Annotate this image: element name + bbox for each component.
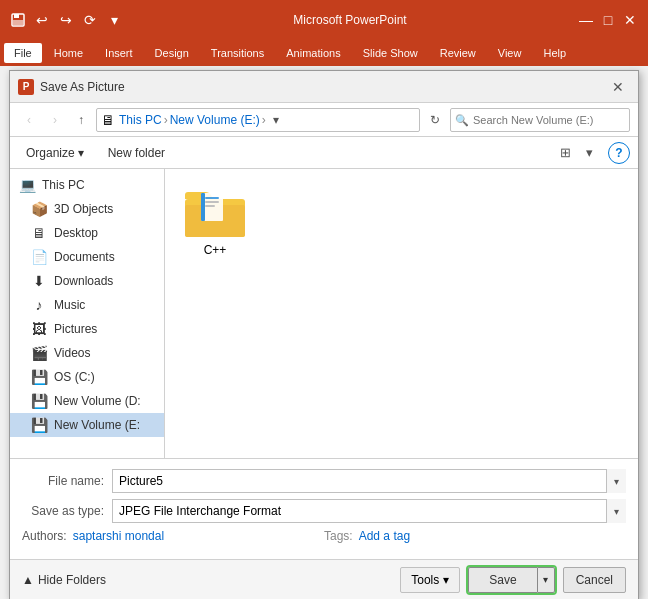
sidebar-item-os-c[interactable]: 💾 OS (C:) — [10, 365, 164, 389]
content-area: 💻 This PC 📦 3D Objects 🖥 Desktop 📄 Docum… — [10, 169, 638, 458]
refresh-button[interactable]: ↻ — [424, 109, 446, 131]
sidebar-label-documents: Documents — [54, 250, 115, 264]
filename-input[interactable] — [112, 469, 626, 493]
breadcrumb-this-pc[interactable]: This PC — [119, 113, 162, 127]
add-tag-button[interactable]: Add a tag — [359, 529, 410, 543]
authors-label: Authors: — [22, 529, 67, 543]
sidebar-item-music[interactable]: ♪ Music — [10, 293, 164, 317]
svg-rect-1 — [14, 14, 19, 18]
sidebar-item-pictures[interactable]: 🖼 Pictures — [10, 317, 164, 341]
svg-rect-8 — [205, 205, 215, 207]
filename-dropdown[interactable]: ▾ — [606, 469, 626, 493]
nav-back-button[interactable]: ‹ — [18, 109, 40, 131]
tab-review[interactable]: Review — [430, 43, 486, 63]
savetype-input-wrapper: ▾ — [112, 499, 626, 523]
sidebar-item-this-pc[interactable]: 💻 This PC — [10, 173, 164, 197]
tab-view[interactable]: View — [488, 43, 532, 63]
tools-label: Tools — [411, 573, 439, 587]
app-title: Microsoft PowerPoint — [130, 13, 570, 27]
sidebar-label-new-volume-e: New Volume (E: — [54, 418, 140, 432]
os-c-icon: 💾 — [30, 369, 48, 385]
authors-value[interactable]: saptarshi mondal — [73, 529, 164, 543]
folder-cpp[interactable]: C++ — [175, 179, 255, 263]
nav-up-button[interactable]: ↑ — [70, 109, 92, 131]
breadcrumb-dropdown[interactable]: ▾ — [268, 113, 284, 127]
tab-design[interactable]: Design — [145, 43, 199, 63]
filename-input-wrapper: ▾ — [112, 469, 626, 493]
sidebar-label-videos: Videos — [54, 346, 90, 360]
pc-icon: 🖥 — [101, 112, 115, 128]
view-icon-button[interactable]: ⊞ — [554, 142, 576, 164]
sidebar-label-music: Music — [54, 298, 85, 312]
downloads-icon: ⬇ — [30, 273, 48, 289]
savetype-row: Save as type: ▾ — [22, 499, 626, 523]
tab-help[interactable]: Help — [533, 43, 576, 63]
3d-objects-icon: 📦 — [30, 201, 48, 217]
organize-arrow: ▾ — [78, 146, 84, 160]
minimize-icon[interactable]: — — [576, 10, 596, 30]
sidebar-item-documents[interactable]: 📄 Documents — [10, 245, 164, 269]
tab-transitions[interactable]: Transitions — [201, 43, 274, 63]
tab-slideshow[interactable]: Slide Show — [353, 43, 428, 63]
breadcrumb-new-volume[interactable]: New Volume (E:) — [170, 113, 260, 127]
save-button[interactable]: Save — [468, 567, 536, 593]
sidebar-label-desktop: Desktop — [54, 226, 98, 240]
authors-section: Authors: saptarshi mondal — [22, 529, 324, 543]
help-button[interactable]: ? — [608, 142, 630, 164]
sidebar-item-videos[interactable]: 🎬 Videos — [10, 341, 164, 365]
search-input[interactable] — [450, 108, 630, 132]
savetype-input[interactable] — [112, 499, 626, 523]
savetype-label: Save as type: — [22, 504, 112, 518]
hide-folders-button[interactable]: ▲ Hide Folders — [22, 573, 106, 587]
more-icon[interactable]: ▾ — [104, 10, 124, 30]
documents-icon: 📄 — [30, 249, 48, 265]
svg-rect-6 — [205, 197, 219, 199]
cancel-button[interactable]: Cancel — [563, 567, 626, 593]
sidebar-item-new-volume-e[interactable]: 💾 New Volume (E: — [10, 413, 164, 437]
save-icon[interactable] — [8, 10, 28, 30]
maximize-icon[interactable]: □ — [598, 10, 618, 30]
file-area: C++ — [165, 169, 638, 458]
save-btn-group: Save ▾ — [468, 567, 554, 593]
filename-row: File name: ▾ — [22, 469, 626, 493]
dialog-close-button[interactable]: ✕ — [606, 77, 630, 97]
sidebar-item-desktop[interactable]: 🖥 Desktop — [10, 221, 164, 245]
titlebar: ↩ ↪ ⟳ ▾ Microsoft PowerPoint — □ ✕ — [0, 0, 648, 40]
close-icon[interactable]: ✕ — [620, 10, 640, 30]
undo-icon[interactable]: ↩ — [32, 10, 52, 30]
new-folder-button[interactable]: New folder — [100, 143, 173, 163]
videos-icon: 🎬 — [30, 345, 48, 361]
new-volume-e-icon: 💾 — [30, 417, 48, 433]
sidebar-label-downloads: Downloads — [54, 274, 113, 288]
sidebar-label-new-volume-d: New Volume (D: — [54, 394, 141, 408]
svg-rect-7 — [205, 201, 219, 203]
view-dropdown-button[interactable]: ▾ — [578, 142, 600, 164]
save-dropdown-button[interactable]: ▾ — [537, 567, 555, 593]
savetype-dropdown[interactable]: ▾ — [606, 499, 626, 523]
organize-label: Organize — [26, 146, 75, 160]
folder-cpp-icon — [183, 185, 247, 241]
tab-file[interactable]: File — [4, 43, 42, 63]
nav-forward-button[interactable]: › — [44, 109, 66, 131]
tab-animations[interactable]: Animations — [276, 43, 350, 63]
breadcrumb: This PC › New Volume (E:) › ▾ — [119, 113, 415, 127]
tab-home[interactable]: Home — [44, 43, 93, 63]
collapse-icon: ▲ — [22, 573, 34, 587]
redo-icon[interactable]: ↪ — [56, 10, 76, 30]
organize-button[interactable]: Organize ▾ — [18, 143, 92, 163]
file-fields: File name: ▾ Save as type: ▾ Authors: sa… — [10, 458, 638, 559]
sidebar-item-3d-objects[interactable]: 📦 3D Objects — [10, 197, 164, 221]
meta-row: Authors: saptarshi mondal Tags: Add a ta… — [22, 529, 626, 543]
sidebar-label-this-pc: This PC — [42, 178, 85, 192]
ribbon: File Home Insert Design Transitions Anim… — [0, 40, 648, 66]
tab-insert[interactable]: Insert — [95, 43, 143, 63]
view-options: ⊞ ▾ — [554, 142, 600, 164]
sidebar-item-downloads[interactable]: ⬇ Downloads — [10, 269, 164, 293]
sidebar-item-new-volume-d[interactable]: 💾 New Volume (D: — [10, 389, 164, 413]
bottom-bar: ▲ Hide Folders Tools ▾ Save ▾ Cancel — [10, 559, 638, 599]
sidebar-label-pictures: Pictures — [54, 322, 97, 336]
tags-section: Tags: Add a tag — [324, 529, 626, 543]
sidebar-label-os-c: OS (C:) — [54, 370, 95, 384]
repeat-icon[interactable]: ⟳ — [80, 10, 100, 30]
tools-button[interactable]: Tools ▾ — [400, 567, 460, 593]
